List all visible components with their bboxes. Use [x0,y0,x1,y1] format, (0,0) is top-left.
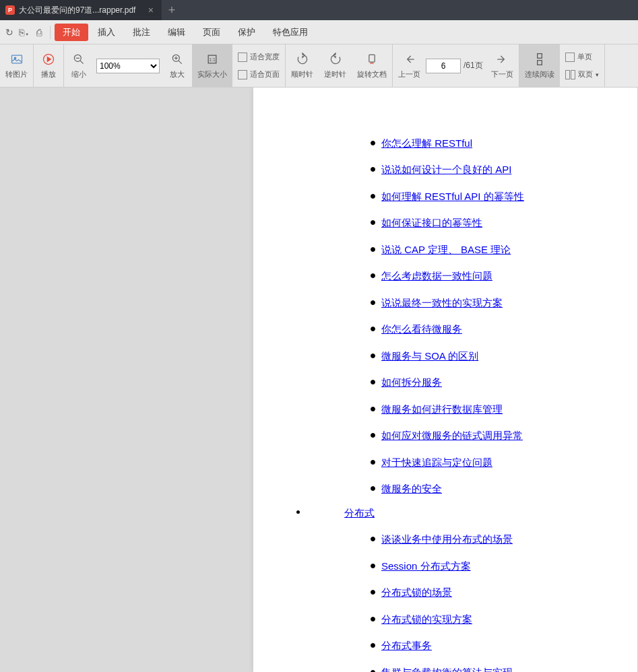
rotate-image-button[interactable]: 转图片 [0,44,33,87]
svg-point-1 [14,57,16,59]
rotate-cw-icon [295,52,310,67]
zoom-in-button[interactable]: 放大 [162,44,192,87]
menu-protect[interactable]: 保护 [230,24,263,41]
toc-link[interactable]: 你怎么理解 RESTful [354,135,610,152]
toc-link[interactable]: 说说如何设计一个良好的 API [354,161,610,178]
double-page-button[interactable]: 双页▾ [560,66,604,83]
continuous-icon [532,52,547,67]
close-tab-icon[interactable]: × [146,5,156,15]
toc-link[interactable]: 说说最终一致性的实现方案 [354,294,610,312]
toc-link[interactable]: 谈谈业务中使用分布式的场景 [354,531,610,548]
continuous-read-button[interactable]: 连续阅读 [519,44,560,87]
svg-text:1:1: 1:1 [209,57,216,62]
chevron-down-icon: ▾ [596,71,599,78]
toc-link[interactable]: 微服务的安全 [354,480,610,498]
document-viewer[interactable]: . 你怎么理解 RESTful 说说如何设计一个良好的 API 如何理解 RES… [0,88,638,672]
rotate-doc-button[interactable]: 旋转文档 [352,44,392,87]
toc-link[interactable]: 如何保证接口的幂等性 [354,214,610,232]
toc-link[interactable]: 如何理解 RESTful API 的幂等性 [354,188,610,205]
fit-width-button[interactable]: 适合宽度 [232,48,285,66]
toc-link[interactable]: 说说 CAP 定理、 BASE 理论 [354,241,610,259]
prev-page-button[interactable]: 上一页 [393,44,426,87]
export-icon[interactable]: ⎘▾ [18,26,31,39]
svg-rect-8 [537,54,542,59]
image-icon [9,52,24,67]
actual-size-icon: 1:1 [205,52,220,67]
toc-link[interactable]: 对于快速追踪与定位问题 [354,454,610,471]
next-page-button[interactable]: 下一页 [486,44,519,87]
toc-link[interactable]: 微服务与 SOA 的区别 [354,347,610,365]
toc-link[interactable]: 微服务如何进行数据库管理 [354,401,610,418]
menu-special[interactable]: 特色应用 [265,24,316,41]
pdf-page: . 你怎么理解 RESTful 说说如何设计一个良好的 API 如何理解 RES… [253,88,637,672]
redo-icon[interactable]: ↻ [3,26,16,39]
toc-link[interactable]: 怎么考虑数据一致性问题 [354,267,610,285]
zoom-out-icon [71,52,86,67]
svg-rect-7 [369,55,375,62]
single-page-button[interactable]: 单页 [560,48,604,66]
double-page-icon-2 [571,70,575,79]
menu-insert[interactable]: 插入 [90,24,123,41]
tab-title: 大公司最爱问的97道...rapper.pdf [19,5,141,16]
pdf-icon: P [5,5,15,15]
arrow-left-icon [402,52,417,67]
zoom-select[interactable]: 100% [96,59,160,73]
single-page-icon [565,53,575,62]
fit-width-icon [238,53,247,62]
fit-page-icon [238,70,247,79]
print-icon[interactable]: ⎙ [32,26,46,39]
rotate-ccw-button[interactable]: 逆时针 [319,44,352,87]
svg-rect-0 [11,55,22,63]
arrow-right-icon [495,52,509,67]
toc-link[interactable]: 集群与负载均衡的算法与实现 [354,664,610,673]
toc-link[interactable]: 分布式锁的实现方案 [354,611,610,628]
toc-link[interactable]: 你怎么看待微服务 [354,321,610,338]
actual-size-button[interactable]: 1:1 实际大小 [192,44,232,87]
zoom-in-icon [170,52,185,67]
toc-link[interactable]: 如何应对微服务的链式调用异常 [354,427,610,444]
toc-link[interactable]: 分布式事务 [354,637,610,654]
fit-page-button[interactable]: 适合页面 [232,66,285,83]
rotate-cw-button[interactable]: 顺时针 [286,44,319,87]
menu-start[interactable]: 开始 [55,24,88,41]
zoom-out-button[interactable]: 缩小 [64,44,94,87]
page-input[interactable] [426,59,461,73]
rotate-ccw-icon [328,52,343,67]
double-page-icon [565,70,570,79]
toc-link[interactable]: 如何拆分服务 [354,374,610,391]
toc-link[interactable]: Session 分布式方案 [354,558,610,575]
menu-annotate[interactable]: 批注 [125,24,158,41]
separator [50,26,51,39]
rotate-doc-icon [364,52,379,67]
document-tab[interactable]: P 大公司最爱问的97道...rapper.pdf × [0,0,162,20]
toolbar: 转图片 播放 缩小 100% 放大 1:1 实际大小 适合宽度 适合页面 顺时针 [0,44,638,88]
toc-heading[interactable]: 分布式 [280,504,610,522]
menu-page[interactable]: 页面 [195,24,228,41]
toc-link[interactable]: 分布式锁的场景 [354,584,610,601]
add-tab-button[interactable]: + [162,0,182,20]
page-total: /61页 [464,60,483,71]
play-icon [41,52,56,67]
menu-bar: ↻ ⎘▾ ⎙ 开始 插入 批注 编辑 页面 保护 特色应用 [0,20,638,44]
play-button[interactable]: 播放 [34,44,63,87]
svg-rect-9 [537,61,542,65]
menu-edit[interactable]: 编辑 [160,24,193,41]
title-bar: P 大公司最爱问的97道...rapper.pdf × + [0,0,638,20]
